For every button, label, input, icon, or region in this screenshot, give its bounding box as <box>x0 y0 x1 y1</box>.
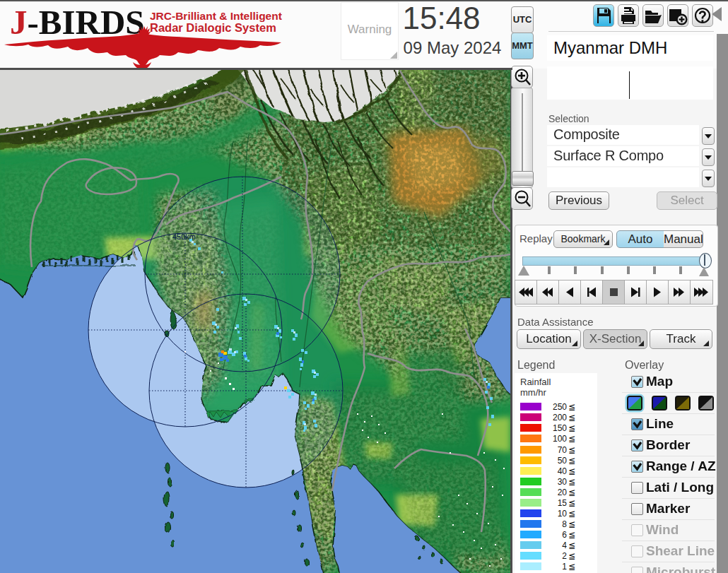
svg-text:150: 150 <box>553 423 567 433</box>
svg-text:≦: ≦ <box>568 530 575 540</box>
svg-text:≦: ≦ <box>568 445 575 455</box>
svg-text:2: 2 <box>562 551 567 561</box>
svg-text:≦: ≦ <box>568 519 575 529</box>
svg-text:40: 40 <box>558 466 568 476</box>
svg-text:1: 1 <box>562 562 567 572</box>
svg-text:250: 250 <box>553 402 567 412</box>
svg-text:≦: ≦ <box>568 413 575 423</box>
svg-text:20: 20 <box>558 488 568 497</box>
svg-text:100: 100 <box>553 434 567 444</box>
svg-text:450km: 450km <box>172 232 196 241</box>
svg-text:≦: ≦ <box>568 509 575 519</box>
svg-text:4: 4 <box>562 540 567 550</box>
svg-text:≦: ≦ <box>568 498 575 508</box>
svg-text:6: 6 <box>562 530 567 540</box>
svg-text:70: 70 <box>558 445 568 455</box>
svg-text:≦: ≦ <box>568 423 575 433</box>
svg-text:8: 8 <box>562 519 567 529</box>
svg-text:15: 15 <box>558 498 568 508</box>
svg-text:50: 50 <box>558 456 568 466</box>
svg-text:JRC-Brilliant & Intelligent: JRC-Brilliant & Intelligent <box>150 10 282 22</box>
svg-text:≦: ≦ <box>568 466 575 476</box>
svg-text:10: 10 <box>558 509 568 519</box>
svg-text:≦: ≦ <box>568 562 575 572</box>
svg-text:≦: ≦ <box>568 402 575 412</box>
svg-text:30: 30 <box>558 477 568 487</box>
svg-text:≦: ≦ <box>568 456 575 466</box>
svg-text:≦: ≦ <box>568 540 575 550</box>
svg-text:≦: ≦ <box>568 551 575 561</box>
svg-text:≦: ≦ <box>568 488 575 497</box>
svg-text:Radar Dialogic System: Radar Dialogic System <box>150 21 276 34</box>
svg-text:200: 200 <box>553 413 567 423</box>
svg-text:≦: ≦ <box>568 477 575 487</box>
svg-text:≦: ≦ <box>568 434 575 444</box>
